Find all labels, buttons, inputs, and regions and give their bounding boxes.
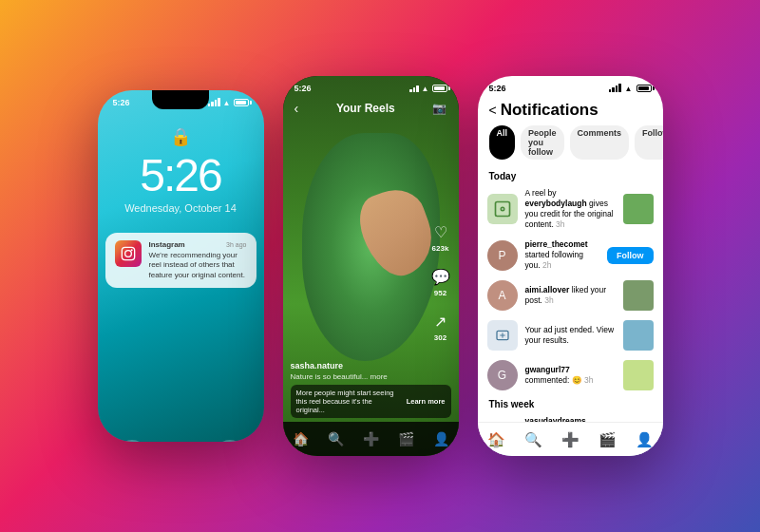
- phone-notch-1: [152, 90, 209, 109]
- phone-notifications: 5:26 ▲ < Notifications All People you fo…: [478, 76, 663, 456]
- notif-text-ad: Your ad just ended. View your results.: [525, 325, 616, 346]
- notif-text-like-aimi: aimi.allover liked your post. 3h: [525, 285, 616, 306]
- notifs-nav-search[interactable]: 🔍: [524, 431, 542, 448]
- notif-text-follow: pierre_thecomet started following you. 2…: [525, 239, 600, 271]
- reels-comment-action[interactable]: 💬 952: [430, 266, 451, 297]
- reels-comment-icon: 💬: [430, 266, 451, 287]
- reels-battery-icon: [432, 85, 447, 92]
- notif-thumb-comment: [623, 360, 654, 390]
- battery-icon-1: [234, 99, 249, 106]
- notif-body-text: We're recommending your reel instead of …: [149, 251, 247, 280]
- reels-nav-add[interactable]: ➕: [363, 431, 379, 446]
- reels-share-count: 302: [434, 333, 446, 342]
- reels-nav-search[interactable]: 🔍: [328, 431, 344, 446]
- reels-header-title: Your Reels: [336, 102, 395, 115]
- notif-item-ad: Your ad just ended. View your results.: [478, 315, 663, 355]
- reels-original-notice: More people might start seeing this reel…: [291, 385, 451, 418]
- lock-screen-bottom: 🔦 📷: [98, 440, 264, 442]
- status-time-1: 5:26: [113, 98, 130, 107]
- reels-header-icons: 📷: [432, 102, 446, 115]
- notif-text-comment-gwang: gwangurl77 commented: 😊 3h: [525, 365, 616, 386]
- notif-time-like-aimi: 3h: [544, 295, 553, 305]
- filter-tab-following[interactable]: People you follow: [521, 125, 564, 160]
- notif-item-comment-gwang: G gwangurl77 commented: 😊 3h: [478, 355, 663, 395]
- notif-item-reel-credit: A reel by everybodylaugh gives you credi…: [478, 183, 663, 235]
- notification-text-block: Instagram 3h ago We're recommending your…: [149, 240, 247, 280]
- notif-thumb-reel: [623, 194, 654, 224]
- reels-camera-icon[interactable]: 📷: [432, 102, 446, 115]
- notifs-battery-icon: [636, 85, 652, 92]
- notif-app-name: Instagram: [149, 240, 185, 249]
- follow-button-pierre[interactable]: Follow: [607, 247, 654, 264]
- phone-reels: 5:26 ▲ ‹ Your Reels 📷 ♡: [283, 76, 459, 456]
- svg-point-2: [130, 249, 132, 251]
- reels-status-time: 5:26: [294, 84, 312, 93]
- instagram-notification-banner: Instagram 3h ago We're recommending your…: [105, 233, 256, 288]
- notifs-nav-home[interactable]: 🏠: [487, 431, 505, 448]
- reels-learn-more-link[interactable]: Learn more: [407, 397, 446, 406]
- notifs-filter-tabs-container: All People you follow Comments Follows: [478, 125, 663, 167]
- notifs-status-icons: ▲: [609, 85, 652, 93]
- filter-tab-follows[interactable]: Follows: [635, 125, 662, 160]
- signal-icon-1: [208, 99, 220, 106]
- lock-clock-date: Wednesday, October 14: [124, 202, 237, 214]
- notifs-nav-add[interactable]: ➕: [561, 431, 580, 448]
- reels-share-icon: ↗: [430, 311, 451, 332]
- notif-time-comment-gwang: 3h: [584, 375, 593, 385]
- notif-info-like-aimi: aimi.allover liked your post. 3h: [525, 285, 616, 306]
- svg-point-1: [124, 251, 131, 257]
- lock-clock-time: 5:26: [140, 153, 220, 199]
- notif-time: 3h ago: [226, 241, 246, 248]
- filter-tab-all[interactable]: All: [489, 125, 516, 160]
- reels-nav-reels[interactable]: 🎬: [398, 431, 414, 446]
- reels-nav-profile[interactable]: 👤: [433, 431, 449, 446]
- reels-signal-icon: [409, 85, 419, 92]
- reels-status-bar: 5:26 ▲: [283, 76, 459, 93]
- notifs-bottom-nav: 🏠 🔍 ➕ 🎬 👤: [478, 422, 663, 456]
- reels-share-action[interactable]: ↗ 302: [430, 311, 451, 342]
- reels-comment-count: 952: [434, 289, 446, 297]
- reels-like-action[interactable]: ♡ 623k: [430, 221, 451, 253]
- notifs-nav-reels[interactable]: 🎬: [598, 431, 617, 448]
- reels-like-icon: ♡: [430, 221, 451, 242]
- reels-wifi-icon: ▲: [422, 85, 429, 93]
- reels-bottom-nav: 🏠 🔍 ➕ 🎬 👤: [283, 422, 459, 456]
- flashlight-button[interactable]: 🔦: [117, 440, 147, 442]
- svg-rect-0: [122, 247, 134, 259]
- notif-time-reel: 3h: [556, 219, 564, 229]
- notif-info-comment-gwang: gwangurl77 commented: 😊 3h: [525, 365, 616, 386]
- lock-icon: 🔒: [170, 126, 191, 147]
- notif-item-like-aimi: A aimi.allover liked your post. 3h: [478, 276, 663, 315]
- reels-notice-text: More people might start seeing this reel…: [296, 389, 401, 414]
- reels-side-actions: ♡ 623k 💬 952 ↗ 302: [430, 221, 451, 342]
- notifs-back-button[interactable]: <: [489, 103, 497, 118]
- wifi-icon-1: ▲: [223, 99, 231, 107]
- reels-nav-home[interactable]: 🏠: [293, 431, 309, 446]
- reels-bottom-content: sasha.nature Nature is so beautiful... m…: [291, 361, 451, 418]
- filter-tab-comments[interactable]: Comments: [570, 125, 630, 160]
- reels-like-count: 623k: [432, 244, 449, 253]
- notif-thumb-ad: [623, 320, 654, 351]
- lock-screen-content: 🔒 5:26 Wednesday, October 14 Instagram 3…: [98, 107, 264, 288]
- notif-time-follow: 2h: [542, 260, 551, 270]
- notif-info-reel-credit: A reel by everybodylaugh gives you credi…: [525, 188, 616, 230]
- notifs-section-thisweek: This week: [478, 395, 663, 411]
- notif-thumb-like-aimi: [623, 280, 654, 311]
- notif-avatar-reel: [487, 194, 518, 224]
- reels-creator-name: sasha.nature: [291, 361, 451, 370]
- camera-button[interactable]: 📷: [215, 440, 245, 442]
- notif-info-ad: Your ad just ended. View your results.: [525, 325, 616, 346]
- reels-video-container: 5:26 ▲ ‹ Your Reels 📷 ♡: [283, 76, 459, 456]
- reels-back-icon[interactable]: ‹: [294, 101, 299, 116]
- status-icons-1: ▲: [208, 99, 249, 107]
- notifs-nav-profile[interactable]: 👤: [636, 431, 654, 448]
- reels-status-icons: ▲: [409, 85, 446, 93]
- notif-avatar-ad: [487, 320, 518, 351]
- notifs-section-today: Today: [478, 167, 663, 183]
- notifs-status-time: 5:26: [489, 84, 506, 93]
- notifs-page-header: < Notifications: [478, 93, 663, 125]
- svg-point-5: [502, 208, 504, 210]
- notif-info-follow: pierre_thecomet started following you. 2…: [525, 239, 600, 271]
- notif-avatar-gwang: G: [487, 360, 518, 390]
- notifs-status-bar: 5:26 ▲: [478, 76, 663, 93]
